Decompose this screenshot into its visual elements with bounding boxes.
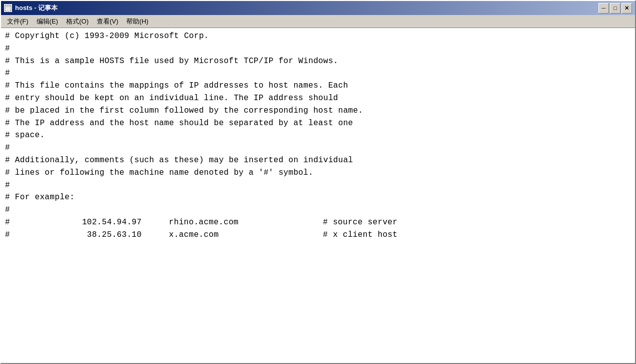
notepad-window: hosts - 记事本 ─ □ ✕ 文件(F) 编辑(E) 格式(O) 查看(V… xyxy=(0,0,636,364)
editor-content[interactable]: # Copyright (c) 1993-2009 Microsoft Corp… xyxy=(5,30,631,241)
svg-rect-1 xyxy=(6,6,11,7)
menu-format[interactable]: 格式(O) xyxy=(62,16,93,27)
title-bar: hosts - 记事本 ─ □ ✕ xyxy=(1,1,635,15)
menu-help[interactable]: 帮助(H) xyxy=(122,16,152,27)
text-editor-area[interactable]: # Copyright (c) 1993-2009 Microsoft Corp… xyxy=(1,28,635,363)
menu-edit[interactable]: 编辑(E) xyxy=(33,16,62,27)
window-icon xyxy=(4,4,12,12)
menu-file[interactable]: 文件(F) xyxy=(3,16,33,27)
minimize-button[interactable]: ─ xyxy=(598,3,609,14)
window-controls: ─ □ ✕ xyxy=(598,3,632,14)
window-title: hosts - 记事本 xyxy=(15,4,595,13)
maximize-button[interactable]: □ xyxy=(610,3,620,14)
close-button[interactable]: ✕ xyxy=(621,3,632,14)
menu-bar: 文件(F) 编辑(E) 格式(O) 查看(V) 帮助(H) xyxy=(1,15,635,28)
menu-view[interactable]: 查看(V) xyxy=(93,16,122,27)
